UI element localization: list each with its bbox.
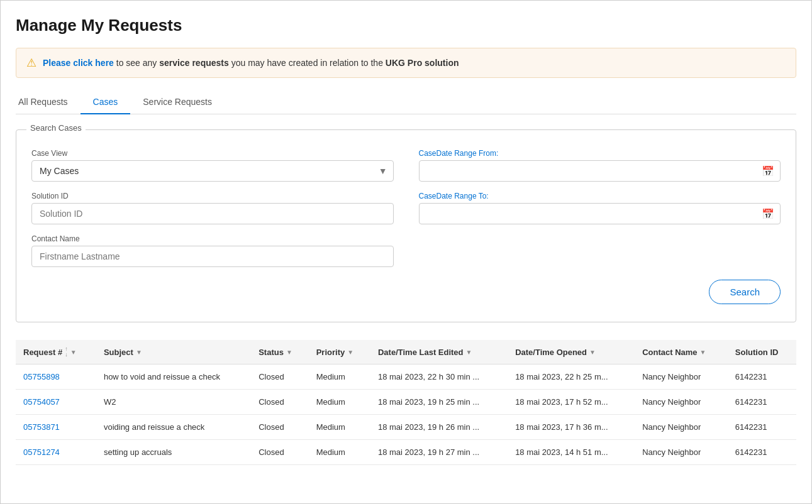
table-row: 05751274 setting up accruals Closed Medi… bbox=[16, 440, 796, 465]
date-to-group: CaseDate Range To: 📅 bbox=[419, 192, 781, 224]
col-status-label: Status bbox=[259, 348, 284, 357]
cell-contact-name: Nancy Neighbor bbox=[635, 440, 728, 465]
col-request-num-label: Request # bbox=[23, 348, 62, 357]
cell-subject: setting up accruals bbox=[96, 440, 251, 465]
date-from-group: CaseDate Range From: 📅 bbox=[419, 149, 781, 182]
banner: ⚠ Please click here to see any service r… bbox=[16, 48, 796, 78]
cell-solution-id: 6142231 bbox=[728, 440, 796, 465]
request-num-link[interactable]: 05753871 bbox=[23, 422, 60, 432]
cell-request-num: 05755898 bbox=[16, 364, 96, 390]
cell-date-opened: 18 mai 2023, 17 h 36 m... bbox=[508, 415, 635, 440]
sort-arrows-request-num: ↑↓ bbox=[65, 346, 68, 358]
cell-status: Closed bbox=[251, 440, 308, 465]
case-view-select[interactable]: My CasesAll Cases bbox=[31, 160, 394, 182]
tab-cases[interactable]: Cases bbox=[81, 90, 131, 114]
banner-text: Please click here to see any service req… bbox=[43, 58, 459, 68]
date-to-input-wrapper: 📅 bbox=[419, 203, 781, 224]
search-button[interactable]: Search bbox=[709, 280, 781, 304]
case-view-select-wrapper: My CasesAll Cases ▼ bbox=[31, 160, 394, 182]
tab-service-requests[interactable]: Service Requests bbox=[130, 90, 225, 114]
col-priority-label: Priority bbox=[316, 348, 345, 357]
col-solution-id-label: Solution ID bbox=[735, 348, 779, 357]
table-body: 05755898 how to void and reissue a check… bbox=[16, 364, 796, 465]
col-date-last-edited: Date/Time Last Edited ▼ bbox=[370, 340, 508, 364]
page-wrapper: Manage My Requests ⚠ Please click here t… bbox=[0, 0, 812, 504]
calendar-from-icon[interactable]: 📅 bbox=[762, 165, 774, 177]
banner-text-before: to see any bbox=[114, 58, 159, 68]
cell-date-opened: 18 mai 2023, 22 h 25 m... bbox=[508, 364, 635, 390]
request-num-link[interactable]: 05751274 bbox=[23, 447, 60, 457]
table-row: 05755898 how to void and reissue a check… bbox=[16, 364, 796, 390]
col-sort-date-last-edited[interactable]: Date/Time Last Edited ▼ bbox=[378, 348, 472, 357]
solution-id-input[interactable] bbox=[31, 203, 394, 224]
col-request-num: Request # ↑↓ ▼ bbox=[16, 340, 96, 364]
date-to-input[interactable] bbox=[419, 203, 781, 224]
banner-link[interactable]: Please click here bbox=[43, 58, 114, 68]
cell-solution-id: 6142231 bbox=[728, 390, 796, 415]
search-cases-legend: Search Cases bbox=[26, 123, 86, 133]
banner-bold1: service requests bbox=[159, 58, 229, 68]
col-subject-label: Subject bbox=[104, 348, 133, 357]
col-sort-request-num[interactable]: Request # ↑↓ ▼ bbox=[23, 346, 77, 358]
cell-status: Closed bbox=[251, 364, 308, 390]
chevron-down-icon-priority: ▼ bbox=[347, 349, 353, 356]
col-priority: Priority ▼ bbox=[309, 340, 370, 364]
solution-id-label: Solution ID bbox=[31, 192, 394, 200]
table-header-row: Request # ↑↓ ▼ Subject ▼ Status ▼ bbox=[16, 340, 796, 364]
chevron-down-icon-status: ▼ bbox=[286, 349, 292, 356]
empty-right bbox=[419, 234, 781, 267]
col-date-opened: Date/Time Opened ▼ bbox=[508, 340, 635, 364]
cell-date-last-edited: 18 mai 2023, 19 h 26 min ... bbox=[370, 415, 508, 440]
col-sort-contact-name[interactable]: Contact Name ▼ bbox=[642, 348, 706, 357]
results-table: Request # ↑↓ ▼ Subject ▼ Status ▼ bbox=[16, 340, 796, 465]
cell-priority: Medium bbox=[309, 390, 370, 415]
cell-contact-name: Nancy Neighbor bbox=[635, 415, 728, 440]
request-num-link[interactable]: 05754057 bbox=[23, 397, 60, 407]
col-sort-subject[interactable]: Subject ▼ bbox=[104, 348, 142, 357]
calendar-to-icon[interactable]: 📅 bbox=[762, 208, 774, 220]
cell-priority: Medium bbox=[309, 364, 370, 390]
date-to-label: CaseDate Range To: bbox=[419, 192, 781, 200]
col-sort-date-opened[interactable]: Date/Time Opened ▼ bbox=[515, 348, 596, 357]
col-contact-name: Contact Name ▼ bbox=[635, 340, 728, 364]
solution-id-group: Solution ID bbox=[31, 192, 394, 224]
cell-status: Closed bbox=[251, 390, 308, 415]
contact-name-input[interactable] bbox=[31, 246, 394, 267]
col-date-last-edited-label: Date/Time Last Edited bbox=[378, 348, 464, 357]
cell-date-opened: 18 mai 2023, 14 h 51 m... bbox=[508, 440, 635, 465]
cell-request-num: 05753871 bbox=[16, 415, 96, 440]
table-header: Request # ↑↓ ▼ Subject ▼ Status ▼ bbox=[16, 340, 796, 364]
page-title: Manage My Requests bbox=[16, 16, 796, 35]
col-contact-name-label: Contact Name bbox=[642, 348, 697, 357]
col-subject: Subject ▼ bbox=[96, 340, 251, 364]
col-date-opened-label: Date/Time Opened bbox=[515, 348, 587, 357]
col-status: Status ▼ bbox=[251, 340, 308, 364]
banner-bold2: UKG Pro solution bbox=[386, 58, 459, 68]
col-solution-id: Solution ID bbox=[728, 340, 796, 364]
warning-icon: ⚠ bbox=[26, 56, 36, 70]
table-row: 05753871 voiding and reissue a check Clo… bbox=[16, 415, 796, 440]
case-view-label: Case View bbox=[31, 149, 394, 158]
cell-request-num: 05754057 bbox=[16, 390, 96, 415]
search-cases-box: Search Cases Case View My CasesAll Cases… bbox=[16, 129, 796, 322]
col-sort-priority[interactable]: Priority ▼ bbox=[316, 348, 353, 357]
search-button-row: Search bbox=[31, 280, 781, 304]
cell-subject: how to void and reissue a check bbox=[96, 364, 251, 390]
contact-name-group: Contact Name bbox=[31, 234, 394, 267]
chevron-down-icon-contact: ▼ bbox=[700, 349, 706, 356]
tab-all-requests[interactable]: All Requests bbox=[16, 90, 81, 114]
date-from-input[interactable] bbox=[419, 160, 781, 182]
cell-date-last-edited: 18 mai 2023, 19 h 25 min ... bbox=[370, 390, 508, 415]
cell-contact-name: Nancy Neighbor bbox=[635, 364, 728, 390]
banner-text-middle: you may have created in relation to the bbox=[229, 58, 386, 68]
case-view-group: Case View My CasesAll Cases ▼ bbox=[31, 149, 394, 182]
date-from-input-wrapper: 📅 bbox=[419, 160, 781, 182]
cell-status: Closed bbox=[251, 415, 308, 440]
cell-subject: W2 bbox=[96, 390, 251, 415]
col-sort-status[interactable]: Status ▼ bbox=[259, 348, 292, 357]
chevron-down-icon-subject: ▼ bbox=[136, 349, 142, 356]
cell-priority: Medium bbox=[309, 415, 370, 440]
request-num-link[interactable]: 05755898 bbox=[23, 372, 60, 381]
chevron-down-icon-date-opened: ▼ bbox=[589, 349, 596, 356]
chevron-down-icon-request: ▼ bbox=[70, 349, 77, 356]
